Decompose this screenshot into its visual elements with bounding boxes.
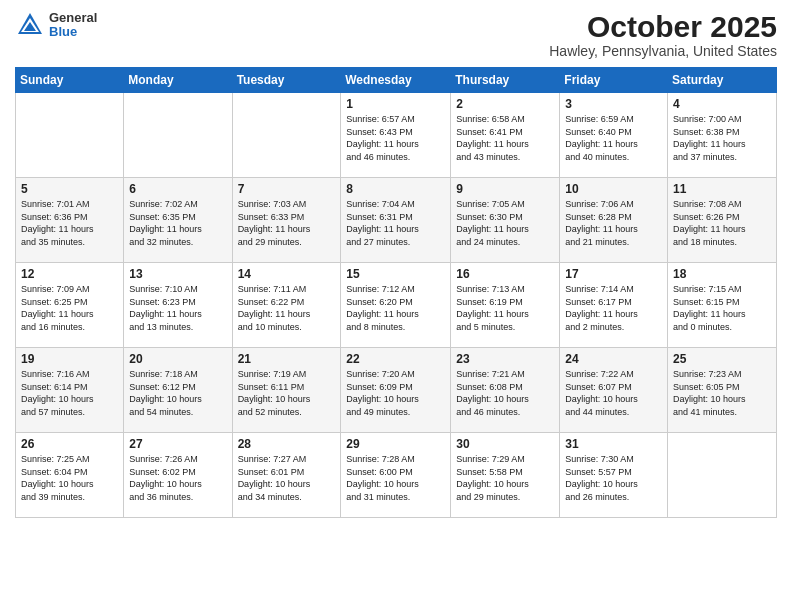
day-info: Sunrise: 7:30 AM Sunset: 5:57 PM Dayligh… [565, 453, 662, 503]
day-number: 16 [456, 267, 554, 281]
day-cell: 6Sunrise: 7:02 AM Sunset: 6:35 PM Daylig… [124, 178, 232, 263]
day-info: Sunrise: 7:00 AM Sunset: 6:38 PM Dayligh… [673, 113, 771, 163]
col-header-sunday: Sunday [16, 68, 124, 93]
day-cell: 18Sunrise: 7:15 AM Sunset: 6:15 PM Dayli… [668, 263, 777, 348]
day-number: 9 [456, 182, 554, 196]
day-cell: 29Sunrise: 7:28 AM Sunset: 6:00 PM Dayli… [341, 433, 451, 518]
day-info: Sunrise: 7:10 AM Sunset: 6:23 PM Dayligh… [129, 283, 226, 333]
day-info: Sunrise: 7:25 AM Sunset: 6:04 PM Dayligh… [21, 453, 118, 503]
day-info: Sunrise: 7:11 AM Sunset: 6:22 PM Dayligh… [238, 283, 336, 333]
day-info: Sunrise: 7:02 AM Sunset: 6:35 PM Dayligh… [129, 198, 226, 248]
day-info: Sunrise: 7:21 AM Sunset: 6:08 PM Dayligh… [456, 368, 554, 418]
day-info: Sunrise: 7:19 AM Sunset: 6:11 PM Dayligh… [238, 368, 336, 418]
day-cell: 27Sunrise: 7:26 AM Sunset: 6:02 PM Dayli… [124, 433, 232, 518]
day-info: Sunrise: 7:14 AM Sunset: 6:17 PM Dayligh… [565, 283, 662, 333]
day-cell: 21Sunrise: 7:19 AM Sunset: 6:11 PM Dayli… [232, 348, 341, 433]
logo-blue-text: Blue [49, 25, 97, 39]
day-cell: 24Sunrise: 7:22 AM Sunset: 6:07 PM Dayli… [560, 348, 668, 433]
day-info: Sunrise: 7:22 AM Sunset: 6:07 PM Dayligh… [565, 368, 662, 418]
day-info: Sunrise: 7:29 AM Sunset: 5:58 PM Dayligh… [456, 453, 554, 503]
logo: General Blue [15, 10, 97, 40]
day-info: Sunrise: 7:06 AM Sunset: 6:28 PM Dayligh… [565, 198, 662, 248]
day-cell: 7Sunrise: 7:03 AM Sunset: 6:33 PM Daylig… [232, 178, 341, 263]
day-info: Sunrise: 7:03 AM Sunset: 6:33 PM Dayligh… [238, 198, 336, 248]
day-cell: 1Sunrise: 6:57 AM Sunset: 6:43 PM Daylig… [341, 93, 451, 178]
day-number: 11 [673, 182, 771, 196]
logo-general-text: General [49, 11, 97, 25]
day-number: 5 [21, 182, 118, 196]
col-header-monday: Monday [124, 68, 232, 93]
day-number: 10 [565, 182, 662, 196]
day-info: Sunrise: 7:16 AM Sunset: 6:14 PM Dayligh… [21, 368, 118, 418]
day-number: 24 [565, 352, 662, 366]
day-cell [668, 433, 777, 518]
day-number: 7 [238, 182, 336, 196]
day-number: 2 [456, 97, 554, 111]
week-row-3: 19Sunrise: 7:16 AM Sunset: 6:14 PM Dayli… [16, 348, 777, 433]
day-number: 31 [565, 437, 662, 451]
day-info: Sunrise: 6:57 AM Sunset: 6:43 PM Dayligh… [346, 113, 445, 163]
day-cell: 31Sunrise: 7:30 AM Sunset: 5:57 PM Dayli… [560, 433, 668, 518]
month-title: October 2025 [549, 10, 777, 43]
day-cell: 11Sunrise: 7:08 AM Sunset: 6:26 PM Dayli… [668, 178, 777, 263]
day-cell: 8Sunrise: 7:04 AM Sunset: 6:31 PM Daylig… [341, 178, 451, 263]
day-number: 13 [129, 267, 226, 281]
day-number: 4 [673, 97, 771, 111]
day-number: 12 [21, 267, 118, 281]
header: General Blue October 2025 Hawley, Pennsy… [15, 10, 777, 59]
day-info: Sunrise: 6:58 AM Sunset: 6:41 PM Dayligh… [456, 113, 554, 163]
day-info: Sunrise: 7:15 AM Sunset: 6:15 PM Dayligh… [673, 283, 771, 333]
day-info: Sunrise: 7:05 AM Sunset: 6:30 PM Dayligh… [456, 198, 554, 248]
day-cell: 23Sunrise: 7:21 AM Sunset: 6:08 PM Dayli… [451, 348, 560, 433]
col-header-thursday: Thursday [451, 68, 560, 93]
day-info: Sunrise: 7:13 AM Sunset: 6:19 PM Dayligh… [456, 283, 554, 333]
day-number: 23 [456, 352, 554, 366]
day-cell: 19Sunrise: 7:16 AM Sunset: 6:14 PM Dayli… [16, 348, 124, 433]
day-number: 29 [346, 437, 445, 451]
logo-icon [15, 10, 45, 40]
day-number: 30 [456, 437, 554, 451]
location: Hawley, Pennsylvania, United States [549, 43, 777, 59]
day-cell: 30Sunrise: 7:29 AM Sunset: 5:58 PM Dayli… [451, 433, 560, 518]
day-cell: 12Sunrise: 7:09 AM Sunset: 6:25 PM Dayli… [16, 263, 124, 348]
day-number: 15 [346, 267, 445, 281]
day-cell: 17Sunrise: 7:14 AM Sunset: 6:17 PM Dayli… [560, 263, 668, 348]
col-header-saturday: Saturday [668, 68, 777, 93]
day-number: 26 [21, 437, 118, 451]
logo-text: General Blue [49, 11, 97, 40]
day-cell: 5Sunrise: 7:01 AM Sunset: 6:36 PM Daylig… [16, 178, 124, 263]
day-cell: 15Sunrise: 7:12 AM Sunset: 6:20 PM Dayli… [341, 263, 451, 348]
week-row-4: 26Sunrise: 7:25 AM Sunset: 6:04 PM Dayli… [16, 433, 777, 518]
col-header-friday: Friday [560, 68, 668, 93]
day-info: Sunrise: 7:20 AM Sunset: 6:09 PM Dayligh… [346, 368, 445, 418]
week-row-1: 5Sunrise: 7:01 AM Sunset: 6:36 PM Daylig… [16, 178, 777, 263]
day-info: Sunrise: 7:04 AM Sunset: 6:31 PM Dayligh… [346, 198, 445, 248]
day-cell: 25Sunrise: 7:23 AM Sunset: 6:05 PM Dayli… [668, 348, 777, 433]
day-cell: 13Sunrise: 7:10 AM Sunset: 6:23 PM Dayli… [124, 263, 232, 348]
day-cell: 3Sunrise: 6:59 AM Sunset: 6:40 PM Daylig… [560, 93, 668, 178]
week-row-2: 12Sunrise: 7:09 AM Sunset: 6:25 PM Dayli… [16, 263, 777, 348]
day-info: Sunrise: 7:12 AM Sunset: 6:20 PM Dayligh… [346, 283, 445, 333]
day-number: 21 [238, 352, 336, 366]
day-number: 1 [346, 97, 445, 111]
day-cell: 16Sunrise: 7:13 AM Sunset: 6:19 PM Dayli… [451, 263, 560, 348]
day-number: 22 [346, 352, 445, 366]
day-number: 20 [129, 352, 226, 366]
col-header-tuesday: Tuesday [232, 68, 341, 93]
day-info: Sunrise: 7:27 AM Sunset: 6:01 PM Dayligh… [238, 453, 336, 503]
day-number: 14 [238, 267, 336, 281]
week-row-0: 1Sunrise: 6:57 AM Sunset: 6:43 PM Daylig… [16, 93, 777, 178]
day-number: 6 [129, 182, 226, 196]
day-number: 8 [346, 182, 445, 196]
day-info: Sunrise: 7:01 AM Sunset: 6:36 PM Dayligh… [21, 198, 118, 248]
day-cell [124, 93, 232, 178]
day-cell: 10Sunrise: 7:06 AM Sunset: 6:28 PM Dayli… [560, 178, 668, 263]
day-number: 28 [238, 437, 336, 451]
day-number: 19 [21, 352, 118, 366]
day-number: 3 [565, 97, 662, 111]
calendar: SundayMondayTuesdayWednesdayThursdayFrid… [15, 67, 777, 518]
day-cell [232, 93, 341, 178]
day-info: Sunrise: 7:26 AM Sunset: 6:02 PM Dayligh… [129, 453, 226, 503]
day-number: 17 [565, 267, 662, 281]
page: General Blue October 2025 Hawley, Pennsy… [0, 0, 792, 612]
